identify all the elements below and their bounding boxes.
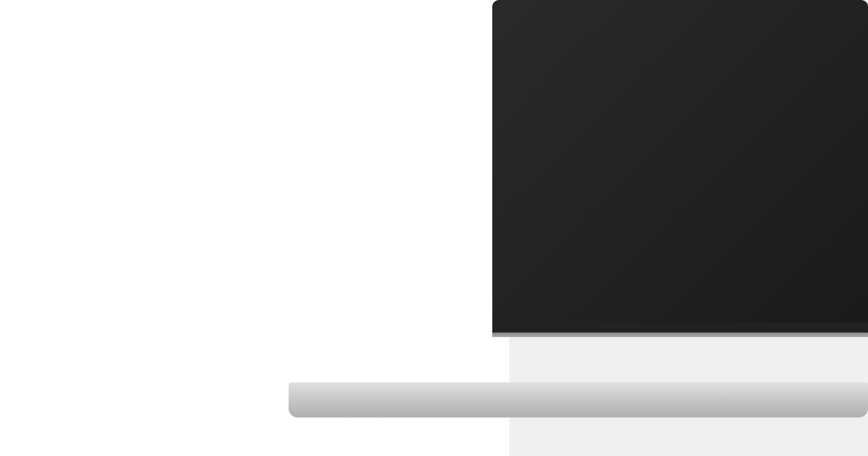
laptop-base-bottom <box>289 398 868 417</box>
laptop-hinge <box>492 333 868 337</box>
laptop-bezel: Tasks Feel blue <box>492 0 868 334</box>
laptop-base-top <box>289 382 868 399</box>
